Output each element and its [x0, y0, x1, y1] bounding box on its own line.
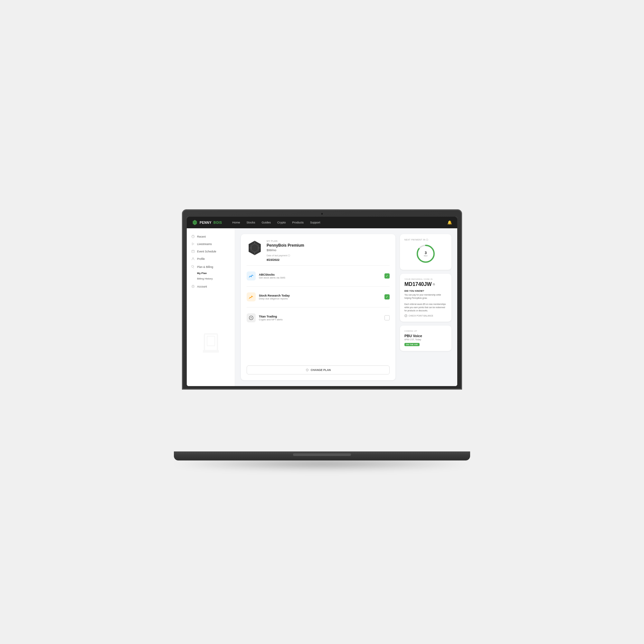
- svg-rect-14: [207, 336, 215, 346]
- sidebar-watermark: [187, 307, 235, 386]
- product-left-titan: T Titan Trading Crypto and NFT alerts: [247, 313, 283, 322]
- account-icon: [191, 285, 195, 288]
- right-panel: NEXT PAYMENT IN ⓘ 3 days: [400, 234, 451, 380]
- titan-icon: T: [249, 315, 254, 320]
- navbar: PENNYBOIS Home Stocks Guides Crypto Prod…: [187, 217, 457, 228]
- tag-icon: [191, 265, 195, 269]
- plan-date-label: Date of last payment ⓘ: [267, 254, 304, 257]
- divider-3: [247, 307, 390, 308]
- nav-crypto[interactable]: Crypto: [277, 221, 286, 224]
- play-icon: [191, 242, 195, 246]
- titan-info: Titan Trading Crypto and NFT alerts: [259, 315, 283, 321]
- on-air-badge: ON THE AIR: [404, 343, 420, 346]
- plan-price: $99/mo: [267, 249, 304, 252]
- sidebar-item-event-schedule[interactable]: Event Schedule: [187, 248, 235, 255]
- stock-research-info: Stock Research Today Deep due diligence …: [259, 294, 290, 300]
- stock-research-icon-wrap: [247, 292, 256, 301]
- stock-research-icon: [249, 294, 254, 299]
- logo-icon: [192, 220, 198, 225]
- svg-marker-4: [192, 243, 194, 245]
- plan-card: MY PLAN PennyBois Premium $99/mo Date of…: [241, 234, 395, 380]
- plan-name: PennyBois Premium: [267, 243, 304, 248]
- sidebar-group-label-text: Plan & Billing: [197, 265, 213, 269]
- abcstocks-checkbox[interactable]: ✓: [384, 273, 390, 279]
- payment-card: NEXT PAYMENT IN ⓘ 3 days: [400, 234, 451, 270]
- laptop-base: [174, 451, 470, 460]
- referral-label: YOUR REFERRAL CODE IS: [404, 278, 447, 280]
- change-plan-icon: [306, 368, 309, 372]
- svg-text:T: T: [251, 317, 252, 319]
- svg-rect-10: [192, 265, 194, 267]
- svg-rect-5: [192, 250, 194, 253]
- titan-desc: Crypto and NFT alerts: [259, 318, 283, 321]
- copy-icon[interactable]: ⧉: [433, 283, 435, 286]
- titan-name: Titan Trading: [259, 315, 283, 318]
- nav-logo: PENNYBOIS: [192, 220, 222, 225]
- timer-circle: 3 days: [416, 244, 435, 263]
- coming-up-time: 6PM CST, Today: [404, 338, 447, 341]
- logo-text-bois: BOIS: [213, 221, 222, 224]
- balance-icon: [404, 314, 407, 317]
- divider-1: [247, 265, 390, 266]
- sidebar-label-livestreams: Livestreams: [197, 242, 212, 246]
- sidebar-item-recent[interactable]: Recent: [187, 233, 235, 240]
- abcstocks-icon-wrap: [247, 271, 256, 280]
- nav-support[interactable]: Support: [310, 221, 320, 224]
- product-left-stock-research: Stock Research Today Deep due diligence …: [247, 292, 290, 301]
- sidebar-subitem-billing-history[interactable]: Billing History: [187, 276, 235, 281]
- nav-stocks[interactable]: Stocks: [246, 221, 255, 224]
- plan-info: MY PLAN PennyBois Premium $99/mo Date of…: [267, 240, 304, 261]
- referral-card: YOUR REFERRAL CODE IS MD1740JW ⧉ DID YOU…: [400, 274, 451, 322]
- sidebar-item-profile[interactable]: Profile: [187, 255, 235, 262]
- screen: PENNYBOIS Home Stocks Guides Crypto Prod…: [187, 217, 457, 386]
- svg-point-22: [251, 296, 252, 297]
- timer-text: 3 days: [416, 244, 435, 263]
- titan-checkbox[interactable]: [384, 315, 390, 320]
- check-balance-label: CHECK POINT BALANCE: [409, 315, 433, 317]
- calendar-icon: [191, 250, 195, 253]
- laptop-scene: PENNYBOIS Home Stocks Guides Crypto Prod…: [145, 209, 499, 460]
- sidebar-label-recent: Recent: [197, 235, 206, 238]
- laptop-camera: [321, 213, 323, 215]
- sidebar: Recent Livestreams: [187, 228, 235, 386]
- referral-code-text: MD1740JW: [404, 281, 431, 287]
- sidebar-group-plan-billing: Plan & Billing My Plan Billing History: [187, 263, 235, 281]
- laptop-lid: PENNYBOIS Home Stocks Guides Crypto Prod…: [182, 209, 462, 390]
- sidebar-label-event-schedule: Event Schedule: [197, 250, 216, 253]
- coming-up-label: COMING UP: [404, 330, 447, 332]
- content-area: MY PLAN PennyBois Premium $99/mo Date of…: [235, 228, 457, 386]
- product-row-abcstocks: ABCStocks Get stock alerts via SMS ✓: [247, 270, 390, 282]
- referral-code: MD1740JW ⧉: [404, 281, 447, 287]
- clock-icon: [191, 235, 195, 238]
- svg-point-21: [251, 276, 252, 277]
- divider-2: [247, 286, 390, 287]
- timer-days: 3: [425, 251, 427, 255]
- sidebar-label-profile: Profile: [197, 257, 205, 260]
- nav-links: Home Stocks Guides Crypto Products Suppo…: [232, 221, 320, 224]
- svg-point-12: [193, 285, 194, 286]
- bell-icon[interactable]: 🔔: [447, 220, 452, 225]
- sidebar-subitem-my-plan[interactable]: My Plan: [187, 270, 235, 276]
- stock-research-desc: Deep due diligence reports: [259, 297, 290, 300]
- svg-marker-20: [251, 244, 258, 252]
- nav-home[interactable]: Home: [232, 221, 240, 224]
- check-balance-button[interactable]: CHECK POINT BALANCE: [404, 314, 447, 317]
- product-row-titan: T Titan Trading Crypto and NFT alerts: [247, 311, 390, 324]
- main-layout: Recent Livestreams: [187, 228, 457, 386]
- svg-point-9: [192, 258, 194, 259]
- abcstocks-desc: Get stock alerts via SMS: [259, 276, 285, 279]
- did-you-know-text: You can pay for your membership while he…: [404, 293, 447, 312]
- plan-header: MY PLAN PennyBois Premium $99/mo Date of…: [247, 240, 390, 261]
- nav-products[interactable]: Products: [292, 221, 304, 224]
- sidebar-item-livestreams[interactable]: Livestreams: [187, 240, 235, 248]
- abcstocks-info: ABCStocks Get stock alerts via SMS: [259, 273, 285, 279]
- sidebar-item-account[interactable]: Account: [187, 283, 235, 290]
- product-left-abcstocks: ABCStocks Get stock alerts via SMS: [247, 271, 285, 280]
- change-plan-button[interactable]: CHANGE PLAN: [247, 365, 390, 374]
- titan-icon-wrap: T: [247, 313, 256, 322]
- stock-research-checkbox[interactable]: ✓: [384, 294, 390, 299]
- nav-guides[interactable]: Guides: [261, 221, 271, 224]
- change-plan-label: CHANGE PLAN: [311, 368, 331, 372]
- did-you-know-title: DID YOU KNOW?: [404, 290, 447, 292]
- sidebar-group-label-plan-billing[interactable]: Plan & Billing: [187, 263, 235, 270]
